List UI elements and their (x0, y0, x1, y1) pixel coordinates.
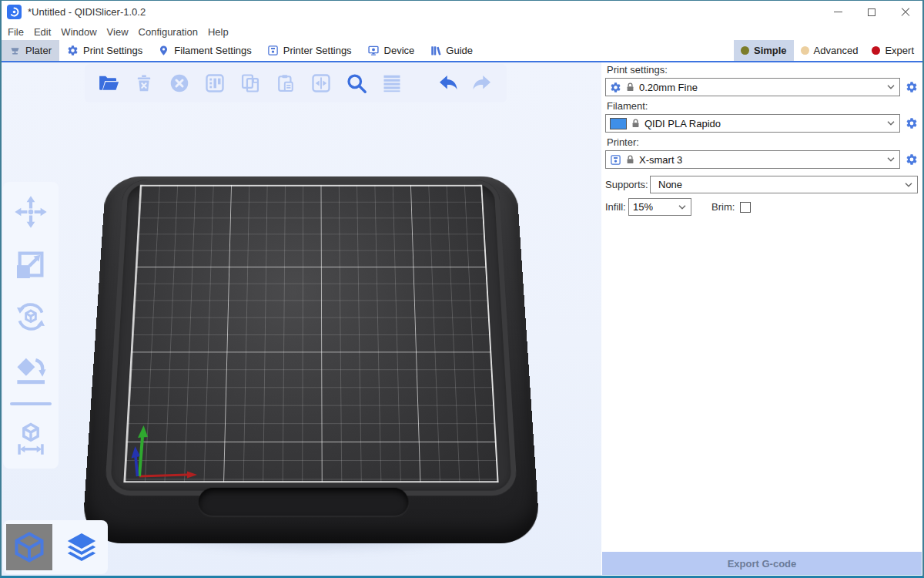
filament-value: QIDI PLA Rapido (644, 118, 721, 129)
minimize-icon (834, 12, 842, 12)
delete-icon (133, 72, 155, 94)
filament-select[interactable]: QIDI PLA Rapido (605, 114, 900, 133)
menu-help[interactable]: Help (208, 26, 237, 38)
undo-icon (436, 72, 459, 95)
brim-checkbox[interactable] (740, 202, 751, 213)
tab-label: Guide (446, 45, 473, 56)
printer-icon (610, 154, 621, 166)
cube-3d-icon (12, 530, 46, 564)
redo-button[interactable] (465, 66, 500, 101)
menu-bar: File Edit Window View Configuration Help (2, 23, 922, 40)
move-gizmo-button[interactable] (12, 193, 50, 231)
supports-value: None (658, 179, 682, 190)
close-icon (901, 8, 910, 17)
mode-switcher: Simple Advanced Expert (734, 40, 922, 61)
menu-edit[interactable]: Edit (34, 26, 59, 38)
menu-view[interactable]: View (107, 26, 137, 38)
paste-icon (275, 72, 296, 94)
export-gcode-button[interactable]: Export G-code (602, 552, 922, 575)
tab-print-settings[interactable]: Print Settings (59, 40, 150, 61)
preview-view-button[interactable] (59, 524, 105, 570)
app-window: *Untitled - QIDISlicer-1.0.2 File Edit W… (0, 0, 924, 578)
redo-icon (471, 72, 494, 95)
tab-device[interactable]: Device (360, 40, 423, 61)
object-toolbar (85, 64, 507, 102)
print-settings-gear-button[interactable] (905, 81, 918, 94)
delete-all-button[interactable] (162, 66, 197, 101)
open-button[interactable] (91, 66, 126, 101)
search-button[interactable] (339, 66, 374, 101)
paste-button[interactable] (268, 66, 303, 101)
menu-configuration[interactable]: Configuration (139, 26, 206, 38)
mode-expert[interactable]: Expert (865, 40, 921, 61)
print-settings-select[interactable]: 0.20mm Fine (605, 78, 900, 96)
tab-label: Filament Settings (174, 45, 251, 56)
printer-label: Printer: (607, 136, 918, 148)
undo-button[interactable] (430, 66, 465, 101)
tab-label: Printer Settings (283, 45, 352, 56)
arrange-icon (204, 72, 226, 94)
filament-color-swatch (610, 118, 627, 129)
supports-select[interactable]: None (650, 176, 918, 193)
minimize-button[interactable] (821, 1, 855, 23)
guide-icon (430, 45, 441, 56)
close-button[interactable] (889, 1, 922, 23)
split-button[interactable] (303, 66, 339, 101)
tab-printer-settings[interactable]: Printer Settings (259, 40, 360, 61)
lock-icon (626, 82, 634, 92)
mode-label: Advanced (814, 45, 859, 56)
tab-guide[interactable]: Guide (422, 40, 480, 61)
gizmo-toolbar (3, 182, 59, 469)
move-icon (13, 194, 49, 230)
supports-label: Supports: (605, 179, 650, 190)
mode-simple[interactable]: Simple (734, 40, 794, 61)
simple-mode-dot-icon (741, 46, 749, 55)
printer-select[interactable]: X-smart 3 (605, 150, 900, 169)
tab-plater[interactable]: Plater (2, 40, 59, 61)
arrange-button[interactable] (197, 66, 233, 101)
gear-icon (906, 117, 918, 129)
rotate-gizmo-button[interactable] (12, 297, 50, 336)
variable-layer-height-button[interactable] (374, 66, 410, 101)
printer-rim (105, 180, 517, 496)
printer-gear-button[interactable] (905, 153, 918, 166)
gear-icon (67, 45, 79, 56)
mode-advanced[interactable]: Advanced (794, 40, 865, 61)
delete-all-icon (168, 72, 191, 95)
printer-shadow (100, 492, 530, 554)
place-on-face-gizmo-button[interactable] (12, 350, 50, 388)
printer-icon (267, 45, 279, 56)
maximize-button[interactable] (855, 1, 889, 23)
infill-select[interactable]: 15% (628, 198, 691, 216)
rotate-icon (13, 299, 49, 334)
plater-icon (9, 45, 21, 56)
tab-label: Plater (25, 45, 52, 56)
scale-gizmo-button[interactable] (12, 245, 50, 284)
viewport-3d[interactable] (2, 62, 601, 576)
editor-3d-view-button[interactable] (6, 524, 52, 570)
printer-value: X-smart 3 (639, 154, 682, 166)
print-bed-grid (123, 185, 498, 483)
filament-gear-button[interactable] (905, 117, 918, 130)
gear-icon (610, 82, 621, 93)
gizmo-separator (10, 402, 52, 405)
tab-filament-settings[interactable]: Filament Settings (150, 40, 259, 61)
expert-mode-dot-icon (872, 46, 880, 55)
measure-icon (13, 421, 49, 456)
menu-file[interactable]: File (8, 26, 32, 38)
menu-window[interactable]: Window (61, 26, 105, 38)
delete-button[interactable] (126, 66, 162, 101)
copy-button[interactable] (233, 66, 268, 101)
layers-icon (381, 72, 403, 94)
preview-layers-icon (64, 529, 99, 565)
mode-label: Expert (885, 45, 914, 56)
device-icon (367, 45, 380, 56)
brim-label: Brim: (711, 201, 735, 213)
measure-gizmo-button[interactable] (12, 419, 50, 458)
scale-icon (13, 247, 49, 282)
title-bar: *Untitled - QIDISlicer-1.0.2 (2, 1, 922, 23)
tab-bar: Plater Print Settings Filament Settings … (2, 40, 922, 62)
app-logo-icon (7, 5, 22, 19)
axes-indicator-icon (113, 413, 213, 490)
tab-label: Device (384, 45, 415, 56)
